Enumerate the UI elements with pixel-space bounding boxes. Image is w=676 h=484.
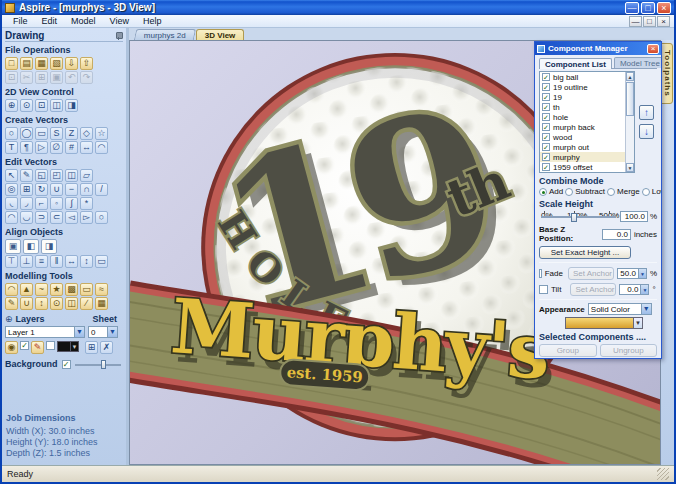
extrude-shape-icon[interactable]: ▲ xyxy=(20,283,33,296)
flip-right-icon[interactable]: ▻ xyxy=(80,211,93,224)
space-across-icon[interactable]: ↔ xyxy=(65,255,78,268)
cut-icon[interactable]: ✂ xyxy=(20,71,33,84)
maximize-button[interactable]: □ xyxy=(641,2,655,14)
menu-edit[interactable]: Edit xyxy=(35,16,65,26)
center-horizontal-icon[interactable]: ≡ xyxy=(35,255,48,268)
arc-down-icon[interactable]: ◡ xyxy=(20,211,33,224)
create-dome-icon[interactable]: ◠ xyxy=(5,283,18,296)
copy-icon[interactable]: ⊞ xyxy=(35,71,48,84)
zoom-box-icon[interactable]: ⊡ xyxy=(35,99,48,112)
extend-tool-icon[interactable]: ⌐ xyxy=(35,197,48,210)
sweep-profile-icon[interactable]: ~ xyxy=(35,283,48,296)
transform-icon[interactable]: ◱ xyxy=(35,169,48,182)
spin-down-icon[interactable]: ▼ xyxy=(641,284,649,295)
scale-height-input[interactable]: 100.0 xyxy=(620,211,648,222)
offset-vectors-icon[interactable]: ◎ xyxy=(5,183,18,196)
menu-file[interactable]: File xyxy=(6,16,35,26)
draw-arc-icon[interactable]: ◠ xyxy=(95,141,108,154)
chevron-down-icon[interactable]: ▼ xyxy=(107,327,117,337)
layer-active-checkbox[interactable] xyxy=(46,341,55,350)
minimize-button[interactable]: — xyxy=(625,2,639,14)
chamfer-tool-icon[interactable]: ◞ xyxy=(20,197,33,210)
appearance-select[interactable]: Solid Color ▼ xyxy=(588,303,652,315)
radio-icon[interactable] xyxy=(642,188,650,196)
radio-icon[interactable] xyxy=(565,188,573,196)
curve-fit-icon[interactable]: ∫ xyxy=(65,197,78,210)
component-checkbox[interactable]: ✓ xyxy=(542,163,550,171)
fade-spinner[interactable]: 50.0 ▼ xyxy=(617,268,647,279)
snap-grid-icon[interactable]: ⊡ xyxy=(5,71,18,84)
center-vertical-icon[interactable]: ‖ xyxy=(50,255,63,268)
add-layer-icon[interactable]: ⊞ xyxy=(85,341,98,354)
mdi-close-button[interactable]: × xyxy=(657,16,670,27)
ungroup-button[interactable]: Ungroup xyxy=(600,344,658,357)
align-top-icon[interactable]: ⊤ xyxy=(5,255,18,268)
scroll-up-icon[interactable]: ▲ xyxy=(626,72,634,81)
distort-icon[interactable]: ▱ xyxy=(80,169,93,182)
save-file-icon[interactable]: ▦ xyxy=(35,57,48,70)
layer-visibility-icon[interactable]: ◉ xyxy=(5,341,18,354)
radio-icon[interactable] xyxy=(607,188,615,196)
new-file-icon[interactable]: □ xyxy=(5,57,18,70)
component-manager-close-icon[interactable]: × xyxy=(647,44,659,54)
text-in-box-icon[interactable]: ¶ xyxy=(20,141,33,154)
component-checkbox[interactable]: ✓ xyxy=(542,153,550,161)
move-component-down-button[interactable]: ↓ xyxy=(639,124,654,139)
grid-tool-icon[interactable]: # xyxy=(65,141,78,154)
draw-ellipse-icon[interactable]: ◯ xyxy=(20,127,33,140)
component-checkbox[interactable]: ✓ xyxy=(542,143,550,151)
menu-help[interactable]: Help xyxy=(136,16,169,26)
tilt-checkbox[interactable] xyxy=(539,285,548,294)
background-checkbox[interactable]: ✓ xyxy=(62,360,71,369)
layer-visible-checkbox[interactable]: ✓ xyxy=(20,341,29,350)
pin-icon[interactable] xyxy=(114,31,123,40)
set-exact-height-button[interactable]: Set Exact Height ... xyxy=(539,246,631,259)
trim-vectors-icon[interactable]: / xyxy=(95,183,108,196)
export-vectors-icon[interactable]: ⇧ xyxy=(80,57,93,70)
sculpt-tool-icon[interactable]: ✎ xyxy=(5,297,18,310)
preview-toggle-icon[interactable]: ◨ xyxy=(65,99,78,112)
component-list-item[interactable]: ✓19 xyxy=(540,92,625,102)
component-checkbox[interactable]: ✓ xyxy=(542,83,550,91)
tab-3d-view[interactable]: 3D View xyxy=(196,29,245,40)
component-list-item[interactable]: ✓murph back xyxy=(540,122,625,132)
chevron-down-icon[interactable]: ▼ xyxy=(70,342,78,351)
scroll-down-icon[interactable]: ▼ xyxy=(626,163,634,172)
open-file-icon[interactable]: ▤ xyxy=(20,57,33,70)
align-left-edge-icon[interactable]: ◧ xyxy=(23,239,39,254)
scroll-thumb[interactable] xyxy=(626,82,634,116)
flip-left-icon[interactable]: ◅ xyxy=(65,211,78,224)
subtract-vectors-icon[interactable]: − xyxy=(65,183,78,196)
draw-s-curve-icon[interactable]: S xyxy=(50,127,63,140)
component-list-item[interactable]: ✓murph out xyxy=(540,142,625,152)
component-list-item[interactable]: ✓1959 offset xyxy=(540,162,625,172)
combine-mode-merge-radio[interactable]: Merge xyxy=(607,187,640,196)
component-checkbox[interactable]: ✓ xyxy=(542,133,550,141)
close-vector-icon[interactable]: ◦ xyxy=(50,197,63,210)
tilt-spinner[interactable]: 0.0 ▼ xyxy=(619,284,649,295)
tab-model-tree[interactable]: Model Tree xyxy=(614,57,661,68)
smooth-model-icon[interactable]: ≈ xyxy=(95,283,108,296)
resize-grip[interactable] xyxy=(657,468,669,480)
combine-mode-subtract-radio[interactable]: Subtract xyxy=(565,187,605,196)
layer-edit-icon[interactable]: ✎ xyxy=(31,341,44,354)
zoom-in-icon[interactable]: ⊙ xyxy=(20,99,33,112)
measure-tool-icon[interactable]: ∅ xyxy=(50,141,63,154)
toolpaths-tab[interactable]: Toolpaths xyxy=(661,43,673,104)
scale-icon[interactable]: ◰ xyxy=(50,169,63,182)
radio-icon[interactable] xyxy=(539,188,547,196)
layer-color-select[interactable]: ▼ xyxy=(57,341,79,352)
component-checkbox[interactable]: ✓ xyxy=(542,73,550,81)
component-list-item[interactable]: ✓big ball xyxy=(540,72,625,82)
component-checkbox[interactable]: ✓ xyxy=(542,103,550,111)
scale-height-slider[interactable] xyxy=(539,211,618,222)
snap-tool-icon[interactable]: * xyxy=(80,197,93,210)
redo-icon[interactable]: ↷ xyxy=(80,71,93,84)
component-manager-titlebar[interactable]: Component Manager × xyxy=(535,42,661,55)
tab-component-list[interactable]: Component List xyxy=(539,58,612,69)
fade-set-anchor-button[interactable]: Set Anchor xyxy=(568,267,614,280)
fade-checkbox[interactable] xyxy=(539,269,542,278)
array-copy-icon[interactable]: ⊞ xyxy=(20,183,33,196)
bake-model-icon[interactable]: ▦ xyxy=(95,297,108,310)
combine-mode-low-radio[interactable]: Low xyxy=(642,187,661,196)
